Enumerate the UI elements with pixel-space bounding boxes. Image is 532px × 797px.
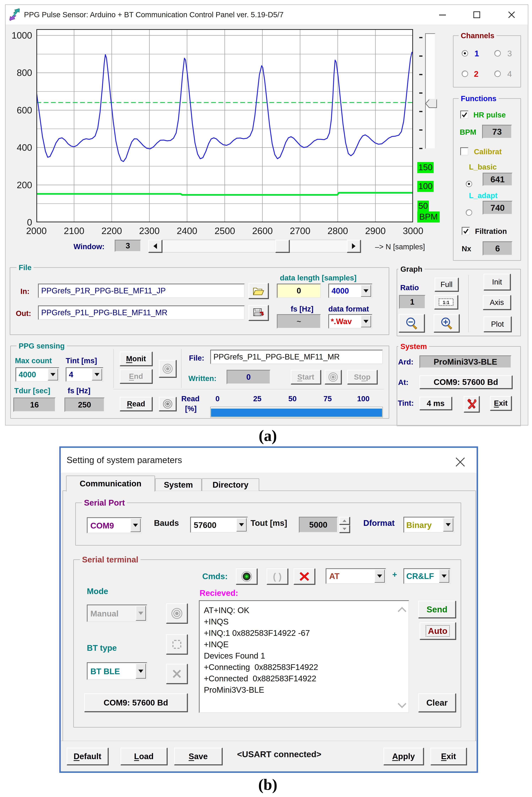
svg-text:1:1: 1:1	[443, 300, 450, 305]
